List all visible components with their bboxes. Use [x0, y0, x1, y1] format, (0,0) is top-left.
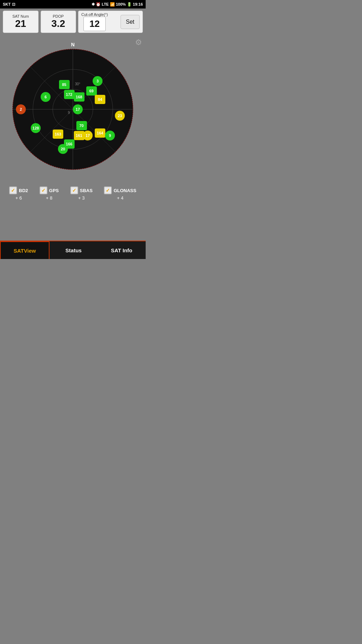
legend-label-bd2: BD2: [19, 188, 28, 193]
checkbox-bd2[interactable]: ✓: [9, 186, 17, 194]
legend-container: ✓ BD2 + 6 ✓ GPS + 8 ✓ SBAS + 3 ✓ GLONASS…: [4, 186, 142, 201]
signal-bars-icon: 📶: [110, 2, 115, 7]
legend-row: ✓ BD2 + 6 ✓ GPS + 8 ✓ SBAS + 3 ✓ GLONASS…: [0, 184, 146, 202]
tab-satview[interactable]: SATView: [0, 241, 49, 259]
legend-count-glonass: + 4: [117, 195, 123, 201]
sat-num-value: 21: [15, 18, 26, 29]
checkbox-sbas[interactable]: ✓: [70, 186, 78, 194]
battery-label: 100%: [116, 2, 126, 6]
info-row: SAT Num 21 PDOP 3.2 Cut-off Angle(°) 12 …: [0, 8, 146, 35]
status-bar: SKT ⊡ ✱ ⏰ LTE 📶 100% 🔋 19:16: [0, 0, 146, 8]
legend-count-sbas: + 3: [78, 195, 84, 201]
sat-marker-23: 23: [115, 111, 125, 121]
sat-marker-70: 70: [76, 121, 87, 130]
tab-status[interactable]: Status: [49, 241, 98, 259]
north-label: N: [71, 42, 75, 47]
angle-30-label: 30°: [75, 82, 80, 86]
status-right: ✱ ⏰ LTE 📶 100% 🔋 19:16: [92, 2, 143, 7]
sat-marker-164: 164: [95, 128, 105, 138]
pdop-card: PDOP 3.2: [41, 11, 76, 33]
sat-marker-128: 128: [31, 123, 41, 133]
battery-icon: 🔋: [127, 2, 132, 7]
status-left: SKT ⊡: [3, 2, 15, 7]
sat-marker-84: 84: [95, 95, 105, 104]
checkmark-sbas: ✓: [72, 188, 76, 193]
gear-icon[interactable]: ⚙: [135, 38, 142, 47]
checkbox-glonass[interactable]: ✓: [104, 186, 112, 194]
alarm-icon: ⏰: [96, 2, 101, 7]
sat-marker-2: 2: [16, 104, 26, 114]
tab-bar-items: SATViewStatusSAT Info: [0, 241, 146, 259]
lte-label: LTE: [102, 2, 109, 6]
legend-label-sbas: SBAS: [80, 188, 93, 193]
skyview-area: ⚙ N 30° 60° 9 85369172168684217231287016…: [0, 35, 146, 184]
sat-marker-17b: 17: [83, 131, 93, 140]
sat-marker-20: 20: [58, 144, 68, 154]
legend-item-bd2[interactable]: ✓ BD2 + 6: [9, 186, 28, 201]
legend-item-sbas[interactable]: ✓ SBAS + 3: [70, 186, 93, 201]
polar-plot: N 30° 60° 9 8536917216868421723128701631…: [11, 47, 135, 171]
tab-satinfo[interactable]: SAT Info: [98, 241, 146, 259]
checkmark-bd2: ✓: [11, 188, 15, 193]
sat-marker-9: 9: [105, 131, 115, 140]
legend-label-glonass: GLONASS: [113, 188, 136, 193]
cutoff-value[interactable]: 12: [83, 17, 106, 31]
set-button[interactable]: Set: [121, 15, 140, 29]
sat-num-card: SAT Num 21: [3, 11, 39, 33]
cutoff-card: Cut-off Angle(°) 12 Set: [78, 11, 143, 33]
pdop-value: 3.2: [51, 18, 65, 29]
sat-marker-17: 17: [73, 104, 83, 114]
legend-count-gps: + 8: [46, 195, 52, 201]
sat-marker-69: 69: [86, 86, 97, 96]
legend-item-glonass[interactable]: ✓ GLONASS + 4: [104, 186, 136, 201]
sat-marker-168: 168: [74, 92, 84, 102]
checkmark-glonass: ✓: [106, 188, 110, 193]
sat-marker-172: 172: [64, 90, 75, 99]
center-label: 9: [68, 111, 70, 115]
legend-count-bd2: + 6: [16, 195, 22, 201]
cutoff-left: Cut-off Angle(°) 12: [81, 12, 108, 31]
sat-marker-3: 3: [93, 76, 103, 86]
time-label: 19:16: [133, 2, 143, 6]
sat-marker-85: 85: [59, 80, 70, 89]
screen-icon: ⊡: [12, 2, 15, 7]
checkmark-gps: ✓: [41, 188, 46, 193]
cutoff-label: Cut-off Angle(°): [81, 12, 108, 17]
carrier-label: SKT: [3, 2, 11, 6]
legend-item-gps[interactable]: ✓ GPS + 8: [40, 186, 59, 201]
checkbox-gps[interactable]: ✓: [40, 186, 47, 194]
legend-label-gps: GPS: [49, 188, 59, 193]
bluetooth-icon: ✱: [92, 2, 95, 7]
sat-marker-163: 163: [53, 130, 63, 139]
tab-bar: SATViewStatusSAT Info: [0, 241, 146, 259]
sat-marker-6: 6: [41, 92, 51, 102]
